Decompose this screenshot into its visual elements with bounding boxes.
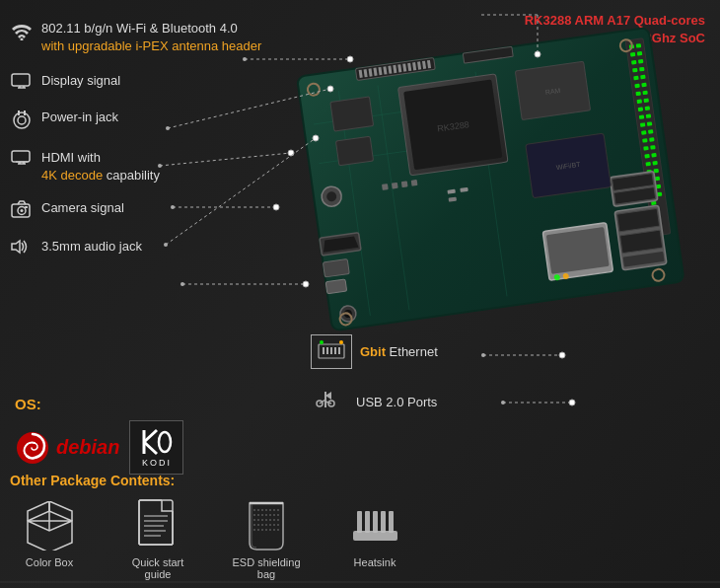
hdmi-label-text: HDMI with 4K decode capability <box>41 149 160 184</box>
svg-rect-45 <box>645 106 651 110</box>
svg-rect-26 <box>642 138 648 143</box>
svg-rect-162 <box>357 511 362 533</box>
svg-rect-163 <box>365 511 370 533</box>
camera-icon <box>10 200 34 222</box>
svg-rect-44 <box>643 99 649 104</box>
ethernet-icon <box>311 334 352 369</box>
svg-rect-15 <box>630 52 636 57</box>
quick-start-label: Quick start guide <box>118 556 197 580</box>
svg-point-141 <box>159 432 171 452</box>
svg-rect-52 <box>652 161 658 166</box>
quick-start-icon <box>131 498 185 552</box>
svg-point-177 <box>273 204 279 210</box>
heatsink-icon <box>348 498 402 552</box>
4k-highlight: 4K decode <box>41 168 103 183</box>
contents-title: Other Package Contents: <box>10 473 710 488</box>
color-box-icon <box>23 498 77 552</box>
debian-text: debian <box>56 436 119 459</box>
svg-rect-65 <box>546 227 610 274</box>
svg-point-184 <box>180 282 184 286</box>
svg-rect-145 <box>139 500 173 545</box>
svg-rect-20 <box>635 92 641 97</box>
right-labels: Gbit Ethernet USB 2.0 Ports <box>311 334 528 435</box>
kodi-logo: KODI <box>129 420 183 475</box>
svg-rect-37 <box>636 43 642 48</box>
svg-rect-115 <box>12 151 30 162</box>
svg-rect-100 <box>382 184 389 190</box>
hdmi-icon <box>10 150 34 170</box>
hdmi-label: HDMI with 4K decode capability <box>10 149 266 184</box>
power-icon <box>10 110 34 133</box>
wifi-bt-icon <box>10 21 34 44</box>
svg-rect-39 <box>638 59 644 64</box>
svg-rect-41 <box>640 75 646 80</box>
gbit-label-text: Gbit Ethernet <box>360 343 438 361</box>
svg-rect-166 <box>389 511 394 533</box>
contents-section: Other Package Contents: Color Box <box>10 473 710 580</box>
heatsink-label: Heatsink <box>354 556 396 568</box>
kodi-text: KODI <box>142 458 172 468</box>
usb-label: USB 2.0 Ports <box>311 389 528 415</box>
svg-rect-21 <box>637 99 643 104</box>
svg-line-139 <box>144 430 157 442</box>
audio-icon <box>10 239 34 258</box>
main-container: RK3288 ARM A17 Quad-cores 1.8Ghz SoC <box>0 0 720 588</box>
camera-label: Camera signal <box>10 199 266 222</box>
svg-point-174 <box>288 150 294 156</box>
svg-rect-46 <box>646 113 652 118</box>
svg-rect-104 <box>325 279 346 294</box>
svg-line-140 <box>144 442 157 454</box>
svg-rect-50 <box>650 145 656 150</box>
svg-point-122 <box>21 209 24 212</box>
wifi-label: 802.11 b/g/n Wi-Fi & Bluetooth 4.0 with … <box>10 20 266 54</box>
wifi-label-text: 802.11 b/g/n Wi-Fi & Bluetooth 4.0 with … <box>41 20 261 54</box>
power-label-text: Power-in jack <box>41 109 118 126</box>
svg-rect-23 <box>639 114 645 119</box>
wifi-highlight: with upgradable i-PEX antenna header <box>41 38 261 53</box>
svg-rect-51 <box>651 153 657 158</box>
svg-rect-123 <box>25 206 28 208</box>
svg-rect-43 <box>642 91 648 96</box>
svg-rect-103 <box>411 180 418 186</box>
svg-rect-40 <box>639 67 645 72</box>
svg-rect-22 <box>638 107 644 111</box>
svg-rect-101 <box>392 183 398 189</box>
svg-rect-164 <box>373 511 378 533</box>
svg-rect-107 <box>12 74 30 86</box>
gbit-label: Gbit Ethernet <box>311 334 528 369</box>
content-quick-start: Quick start guide <box>118 498 197 580</box>
content-color-box: Color Box <box>10 498 89 568</box>
svg-rect-48 <box>648 129 654 134</box>
svg-rect-16 <box>631 60 637 65</box>
esd-bag-label: ESD shielding bag <box>227 556 306 580</box>
color-box-label: Color Box <box>26 556 73 568</box>
contents-items: Color Box <box>10 498 710 580</box>
os-title: OS: <box>15 396 242 412</box>
svg-point-189 <box>569 400 575 405</box>
svg-rect-12 <box>335 136 373 166</box>
svg-rect-49 <box>649 137 655 142</box>
svg-rect-102 <box>401 181 408 187</box>
svg-rect-126 <box>323 347 324 354</box>
audio-label: 3.5mm audio jack <box>10 238 266 258</box>
svg-marker-124 <box>12 241 20 253</box>
svg-rect-18 <box>633 76 639 81</box>
power-label: Power-in jack <box>10 109 266 133</box>
svg-rect-127 <box>326 347 328 354</box>
svg-rect-28 <box>644 154 650 159</box>
svg-rect-105 <box>323 259 349 277</box>
svg-rect-128 <box>330 347 332 354</box>
svg-rect-165 <box>381 511 386 533</box>
content-heatsink: Heatsink <box>335 498 414 568</box>
content-esd-bag: ESD shielding bag <box>227 498 306 580</box>
os-logos: debian KODI <box>15 420 242 475</box>
svg-rect-11 <box>330 97 374 131</box>
display-label-text: Display signal <box>41 72 120 90</box>
audio-label-text: 3.5mm audio jack <box>41 238 142 256</box>
svg-rect-38 <box>637 51 643 56</box>
debian-logo: debian <box>15 430 119 466</box>
svg-point-106 <box>21 38 24 41</box>
svg-rect-47 <box>647 121 653 126</box>
board-image: RK3288 RAM <box>296 20 710 375</box>
usb-icon <box>311 390 340 415</box>
